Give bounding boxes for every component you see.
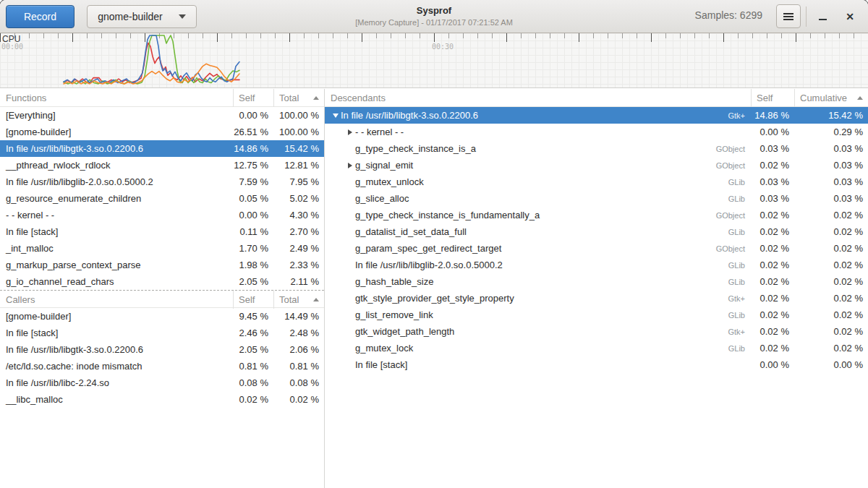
app-title: Sysprof [289, 4, 579, 17]
table-row[interactable]: g_list_remove_linkGLib0.02 %0.02 % [325, 307, 868, 323]
function-name-label: - - kernel - - [355, 127, 404, 137]
self-cell: 2.05 % [233, 276, 273, 287]
function-name-label: g_datalist_id_set_data_full [355, 226, 467, 237]
table-row[interactable]: g_resource_enumerate_children0.05 %5.02 … [0, 190, 324, 207]
function-name-cell: In file [stack] [0, 328, 233, 338]
table-row[interactable]: __libc_malloc0.02 %0.02 % [0, 391, 324, 408]
table-row[interactable]: g_hash_table_sizeGLib0.02 %0.02 % [325, 273, 868, 290]
table-row[interactable]: In file /usr/lib/libglib-2.0.so.0.5000.2… [325, 257, 868, 273]
table-row[interactable]: [Everything]0.00 %100.00 % [0, 107, 324, 124]
column-header-callers[interactable]: Callers [0, 291, 233, 309]
table-row[interactable]: g_io_channel_read_chars2.05 %2.11 % [0, 273, 324, 290]
minimize-icon [819, 19, 827, 20]
function-name-cell: g_io_channel_read_chars [0, 276, 233, 287]
function-name-label: g_mutex_lock [355, 343, 413, 354]
minimize-button[interactable] [812, 4, 833, 28]
table-row[interactable]: g_datalist_id_set_data_fullGLib0.02 %0.0… [325, 223, 868, 240]
expander-icon[interactable] [345, 163, 355, 168]
record-button[interactable]: Record [6, 5, 75, 28]
cumulative-cell: 0.02 % [794, 309, 868, 320]
descendants-table: In file /usr/lib/libgtk-3.so.0.2200.6Gtk… [325, 107, 868, 373]
cumulative-cell: 0.02 % [794, 326, 868, 337]
total-cell: 14.49 % [273, 311, 324, 322]
cumulative-cell: 0.02 % [794, 210, 868, 221]
function-name-cell: g_type_check_instance_is_fundamentally_a [325, 210, 699, 221]
menu-button[interactable] [776, 4, 801, 28]
cpu-graph[interactable]: CPU 00:00 00:30 [0, 33, 868, 88]
function-name-label: g_hash_table_size [355, 276, 433, 287]
self-cell: 0.00 % [233, 110, 273, 121]
table-row[interactable]: g_signal_emitGObject0.02 %0.03 % [325, 157, 868, 174]
triangle-right-icon [348, 129, 352, 135]
library-tag: GObject [699, 145, 751, 153]
self-cell: 0.02 % [751, 226, 794, 237]
function-name-cell: [gnome-builder] [0, 311, 233, 322]
function-name-label: gtk_style_provider_get_style_property [355, 293, 514, 304]
expander-icon[interactable] [331, 114, 341, 118]
table-row[interactable]: [gnome-builder]26.51 %100.00 % [0, 124, 324, 140]
sort-ascending-icon [313, 96, 319, 100]
column-header-descendants[interactable]: Descendants [325, 89, 751, 107]
table-row[interactable]: g_type_check_instance_is_aGObject0.03 %0… [325, 140, 868, 157]
table-row[interactable]: g_mutex_unlockGLib0.03 %0.03 % [325, 174, 868, 190]
self-cell: 0.00 % [233, 210, 273, 221]
table-row[interactable]: g_type_check_instance_is_fundamentally_a… [325, 207, 868, 223]
table-row[interactable]: In file /usr/lib/libgtk-3.so.0.2200.6Gtk… [325, 107, 868, 124]
process-selector-dropdown[interactable]: gnome-builder [87, 5, 197, 28]
table-row[interactable]: /etc/ld.so.cache: inode mismatch0.81 %0.… [0, 358, 324, 374]
self-cell: 0.03 % [751, 176, 794, 187]
cumulative-cell: 0.02 % [794, 226, 868, 237]
total-cell: 4.30 % [273, 210, 324, 221]
table-row[interactable]: g_mutex_lockGLib0.02 %0.02 % [325, 340, 868, 356]
library-tag: GLib [699, 311, 751, 320]
function-name-cell: g_mutex_unlock [325, 176, 699, 187]
function-name-cell: [Everything] [0, 110, 233, 121]
table-row[interactable]: g_markup_parse_context_parse1.98 %2.33 % [0, 257, 324, 273]
function-name-cell: gtk_style_provider_get_style_property [325, 293, 699, 304]
total-cell: 15.42 % [273, 143, 324, 154]
sysprof-window: Record gnome-builder Sysprof [Memory Cap… [0, 0, 868, 488]
column-header-self[interactable]: Self [751, 89, 794, 107]
header-bar: Record gnome-builder Sysprof [Memory Cap… [0, 0, 868, 33]
table-row[interactable]: In file [stack]0.11 %2.70 % [0, 223, 324, 240]
table-row[interactable]: In file /usr/lib/libgtk-3.so.0.2200.614.… [0, 140, 324, 157]
self-cell: 1.70 % [233, 243, 273, 254]
function-name-cell: g_type_check_instance_is_a [325, 143, 699, 154]
function-name-cell: g_resource_enumerate_children [0, 193, 233, 204]
self-cell: 0.03 % [751, 193, 794, 204]
table-row[interactable]: In file [stack]2.46 %2.48 % [0, 325, 324, 341]
column-header-cumulative[interactable]: Cumulative [794, 89, 868, 107]
table-row[interactable]: [gnome-builder]9.45 %14.49 % [0, 308, 324, 325]
chevron-down-icon [179, 14, 186, 19]
table-row[interactable]: _int_malloc1.70 %2.49 % [0, 240, 324, 257]
function-name-label: In file [stack] [355, 359, 407, 370]
library-tag: GObject [699, 161, 751, 170]
table-row[interactable]: g_slice_allocGLib0.03 %0.03 % [325, 190, 868, 207]
table-row[interactable]: __pthread_rwlock_rdlock12.75 %12.81 % [0, 157, 324, 174]
table-row[interactable]: In file /usr/lib/libc-2.24.so0.08 %0.08 … [0, 374, 324, 391]
table-row[interactable]: - - kernel - -0.00 %4.30 % [0, 207, 324, 223]
function-name-cell: g_list_remove_link [325, 309, 699, 320]
expander-icon[interactable] [345, 129, 355, 135]
self-cell: 0.02 % [751, 276, 794, 287]
column-header-total[interactable]: Total [273, 89, 324, 107]
self-cell: 0.02 % [751, 160, 794, 171]
sort-ascending-icon [313, 298, 319, 301]
self-cell: 0.08 % [233, 377, 273, 388]
column-header-self[interactable]: Self [233, 291, 273, 309]
column-header-functions[interactable]: Functions [0, 89, 233, 107]
self-cell: 12.75 % [233, 160, 273, 171]
table-row[interactable]: In file /usr/lib/libgtk-3.so.0.2200.62.0… [0, 341, 324, 358]
close-button[interactable]: ✕ [839, 4, 861, 28]
table-row[interactable]: In file [stack]0.00 %0.00 % [325, 356, 868, 373]
table-row[interactable]: gtk_style_provider_get_style_propertyGtk… [325, 290, 868, 307]
table-row[interactable]: g_param_spec_get_redirect_targetGObject0… [325, 240, 868, 257]
function-name-cell: In file [stack] [0, 226, 233, 237]
table-row[interactable]: In file /usr/lib/libglib-2.0.so.0.5000.2… [0, 174, 324, 190]
column-header-self[interactable]: Self [233, 89, 273, 107]
self-cell: 0.02 % [233, 394, 273, 405]
table-row[interactable]: gtk_widget_path_lengthGtk+0.02 %0.02 % [325, 323, 868, 340]
column-header-total[interactable]: Total [273, 291, 324, 309]
table-row[interactable]: - - kernel - -0.00 %0.29 % [325, 124, 868, 140]
descendants-header: Descendants Self Cumulative [325, 89, 868, 107]
